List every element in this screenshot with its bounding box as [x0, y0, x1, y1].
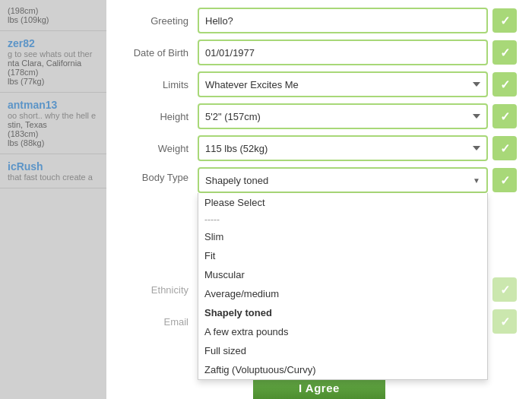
background-profiles: (198cm) lbs (109kg) zer82 g to see whats…	[0, 0, 106, 399]
option-extra-pounds[interactable]: A few extra pounds	[198, 322, 487, 341]
limits-select[interactable]: Whatever Excites Me	[198, 71, 488, 97]
height-row: Height 5'2" (157cm) ✓	[122, 103, 517, 129]
form-content: Greeting ✓ Date of Birth ✓ Limits	[106, 0, 532, 348]
bg-profile-2: zer82 g to see whats out ther nta Clara,…	[0, 31, 106, 93]
weight-input-wrap: 115 lbs (52kg) ✓	[198, 135, 517, 161]
body-type-input-wrap: Shapely toned ▼ Please Select ----- Slim…	[198, 167, 517, 193]
email-label: Email	[122, 316, 198, 328]
body-type-dropdown[interactable]: Shapely toned ▼ Please Select ----- Slim…	[198, 167, 488, 193]
body-type-dropdown-list: Please Select ----- Slim Fit Muscular Av…	[198, 193, 488, 380]
weight-label: Weight	[122, 143, 198, 154]
option-shapely[interactable]: Shapely toned	[198, 303, 487, 322]
option-fit[interactable]: Fit	[198, 246, 487, 265]
email-check-icon: ✓	[492, 309, 517, 334]
option-slim[interactable]: Slim	[198, 227, 487, 246]
dob-input[interactable]	[198, 40, 488, 65]
body-type-selected[interactable]: Shapely toned ▼	[198, 167, 488, 193]
height-check-icon: ✓	[492, 104, 517, 128]
greeting-check-icon: ✓	[492, 8, 517, 33]
greeting-input[interactable]	[198, 8, 488, 33]
option-muscular[interactable]: Muscular	[198, 265, 487, 284]
dob-row: Date of Birth ✓	[122, 40, 517, 65]
limits-input-wrap: Whatever Excites Me ✓	[198, 71, 517, 97]
height-select[interactable]: 5'2" (157cm)	[198, 103, 488, 129]
body-type-check-icon: ✓	[492, 168, 517, 192]
body-type-label: Body Type	[122, 167, 198, 183]
option-zaftig[interactable]: Zaftig (Voluptuous/Curvy)	[198, 360, 487, 379]
height-label: Height	[122, 111, 198, 122]
limits-row: Limits Whatever Excites Me ✓	[122, 71, 517, 97]
greeting-row: Greeting ✓	[122, 8, 517, 33]
dob-input-wrap: ✓	[198, 40, 517, 65]
dob-check-icon: ✓	[492, 40, 517, 65]
body-type-chevron-icon: ▼	[473, 176, 480, 185]
greeting-label: Greeting	[122, 15, 198, 27]
body-type-selected-text: Shapely toned	[205, 175, 268, 186]
option-average[interactable]: Average/medium	[198, 284, 487, 303]
body-type-row: Body Type Shapely toned ▼ Please Select …	[122, 167, 517, 193]
option-please-select[interactable]: Please Select	[198, 193, 487, 212]
form-panel: Greeting ✓ Date of Birth ✓ Limits	[106, 0, 532, 399]
limits-label: Limits	[122, 79, 198, 90]
ethnicity-label: Ethnicity	[122, 284, 198, 296]
weight-check-icon: ✓	[492, 136, 517, 160]
bg-profile-1: (198cm) lbs (109kg)	[0, 0, 106, 31]
ethnicity-check-icon: ✓	[492, 277, 517, 302]
height-input-wrap: 5'2" (157cm) ✓	[198, 103, 517, 129]
bg-profile-3: antman13 oo short.. why the hell e stin,…	[0, 93, 106, 154]
weight-row: Weight 115 lbs (52kg) ✓	[122, 135, 517, 161]
limits-check-icon: ✓	[492, 72, 517, 97]
greeting-input-wrap: ✓	[198, 8, 517, 33]
option-full-sized[interactable]: Full sized	[198, 341, 487, 360]
dob-label: Date of Birth	[122, 47, 198, 59]
option-divider: -----	[198, 212, 487, 227]
weight-select[interactable]: 115 lbs (52kg)	[198, 135, 488, 161]
bg-profile-4: icRush that fast touch create a	[0, 154, 106, 188]
